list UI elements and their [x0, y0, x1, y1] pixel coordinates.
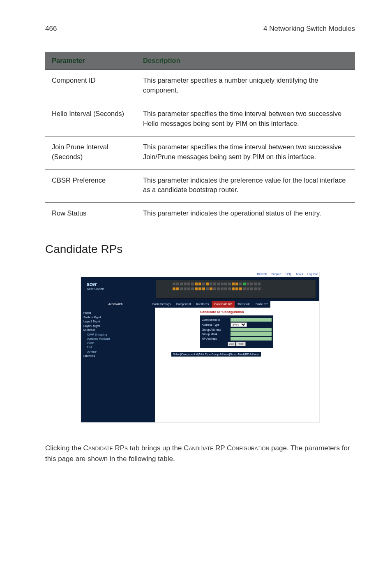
label-component-id: Component Id — [202, 318, 229, 321]
desc-cell: This parameter specifies a number unique… — [136, 70, 355, 103]
sidebar-layer2-mgmt[interactable]: Layer2 Mgmt — [83, 320, 152, 324]
param-cell: CBSR Preference — [45, 169, 136, 203]
table-row: CBSR Preference This parameter indicates… — [45, 169, 355, 203]
sidebar-dynamic-multicast[interactable]: Dynamic Multicast — [83, 337, 152, 341]
sidebar-system-mgmt[interactable]: System Mgmt — [83, 315, 152, 320]
add-button[interactable]: Add — [228, 342, 235, 346]
form-title: Candidate RP Configuration — [200, 310, 319, 314]
embedded-screenshot: Refresh Support Help About Log Out acer … — [81, 272, 319, 422]
port-panel — [156, 280, 316, 299]
col-header-parameter: Parameter — [45, 52, 136, 70]
brand-area: acer Acer Switch — [81, 277, 156, 301]
body-paragraph: Clicking the Candidate RPs tab brings up… — [45, 443, 355, 464]
smallcaps-text: Candidate RPs — [83, 444, 128, 452]
tab-candidate-rp[interactable]: Candidate RP — [212, 301, 235, 308]
label-group-mask: Group Mask — [202, 333, 229, 336]
col-header-description: Description — [136, 52, 355, 70]
tab-static-rp[interactable]: Static RP — [253, 301, 270, 308]
sidebar-multicast[interactable]: Multicast — [83, 328, 152, 333]
label-address-type: Address Type — [202, 323, 229, 326]
sidebar-layer3-mgmt[interactable]: Layer3 Mgmt — [83, 324, 152, 329]
tab-component[interactable]: Component — [173, 301, 194, 308]
sidebar: Home System Mgmt Layer2 Mgmt Layer3 Mgmt… — [81, 308, 155, 422]
app-top-links: Refresh Support Help About Log Out — [81, 272, 319, 277]
desc-cell: This parameter specifies the time interv… — [136, 103, 355, 136]
label-group-address: Group Address — [202, 328, 229, 331]
desc-cell: This parameter specifies the time interv… — [136, 136, 355, 169]
tab-basic-settings[interactable]: Basic Settings — [150, 301, 173, 308]
param-cell: Row Status — [45, 203, 136, 226]
parameter-table: Parameter Description Component ID This … — [45, 52, 355, 226]
link-logout[interactable]: Log Out — [307, 273, 318, 276]
config-form: Component Id Address Type IPV4 Group Add… — [200, 315, 273, 348]
param-cell: Join Prune Interval (Seconds) — [45, 136, 136, 169]
section-heading: Candidate RPs — [45, 243, 355, 256]
sidebar-home[interactable]: Home — [83, 311, 152, 315]
main-panel: Candidate RP Configuration Component Id … — [155, 308, 319, 422]
reset-button[interactable]: Reset — [236, 342, 246, 346]
desc-cell: This parameter indicates the preference … — [136, 169, 355, 203]
sidebar-title: AcerSwitch — [81, 301, 150, 308]
page-header: 466 4 Networking Switch Modules — [45, 25, 355, 33]
sidebar-igmp-snooping[interactable]: IGMP Snooping — [83, 333, 152, 337]
link-support[interactable]: Support — [271, 273, 281, 276]
input-component-id[interactable] — [231, 318, 272, 322]
tab-threshold[interactable]: Threshold — [235, 301, 253, 308]
page-number: 466 — [45, 25, 57, 33]
result-header-bar: Select|Component Id|Addr Type|Group Addr… — [171, 352, 261, 357]
brand-subtitle: Acer Switch — [87, 287, 156, 291]
param-cell: Component ID — [45, 70, 136, 103]
input-group-mask[interactable] — [231, 332, 272, 336]
link-help[interactable]: Help — [286, 273, 291, 276]
tab-interfaces[interactable]: Interfaces — [194, 301, 212, 308]
select-address-type[interactable]: IPV4 — [231, 322, 247, 327]
input-rp-address[interactable] — [231, 337, 272, 341]
smallcaps-text: Candidate RP Configuration — [184, 444, 269, 452]
section-title: 4 Networking Switch Modules — [263, 25, 355, 33]
link-refresh[interactable]: Refresh — [257, 273, 267, 276]
sidebar-igmp[interactable]: IGMP — [83, 341, 152, 346]
sidebar-dvmrp[interactable]: DVMRP — [83, 350, 152, 354]
label-rp-address: RP Address — [202, 337, 229, 340]
table-row: Component ID This parameter specifies a … — [45, 70, 355, 103]
table-row: Row Status This parameter indicates the … — [45, 203, 355, 226]
table-row: Hello Interval (Seconds) This parameter … — [45, 103, 355, 136]
input-group-address[interactable] — [231, 328, 272, 331]
brand-logo: acer — [87, 281, 156, 287]
param-cell: Hello Interval (Seconds) — [45, 103, 136, 136]
table-row: Join Prune Interval (Seconds) This param… — [45, 136, 355, 169]
desc-cell: This parameter indicates the operational… — [136, 203, 355, 226]
link-about[interactable]: About — [296, 273, 303, 276]
sidebar-pim[interactable]: PIM — [83, 345, 152, 350]
sidebar-statistics[interactable]: Statistics — [83, 354, 152, 359]
